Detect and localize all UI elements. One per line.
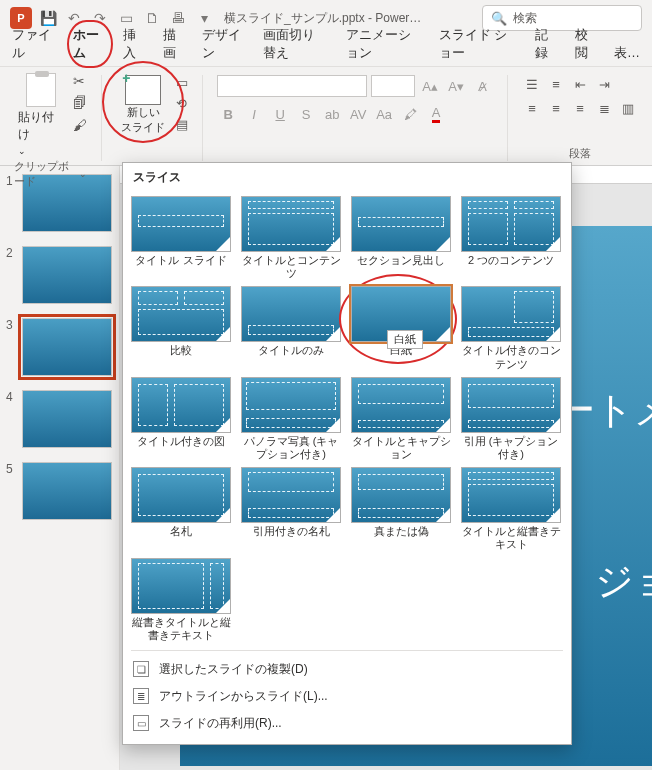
decrease-font-icon[interactable]: A▾ bbox=[445, 75, 467, 97]
reset-icon[interactable]: ⟲ bbox=[176, 96, 188, 111]
tab-design[interactable]: デザイン bbox=[200, 22, 247, 66]
layout-icon[interactable]: ▭ bbox=[176, 75, 188, 90]
tab-home[interactable]: ホーム bbox=[71, 22, 107, 66]
section-icon[interactable]: ▤ bbox=[176, 117, 188, 132]
layout-item-title-caption[interactable]: タイトルとキャプション bbox=[349, 377, 453, 461]
gallery-grid: タイトル スライド タイトルとコンテンツ セクション見出し 2 つのコンテンツ … bbox=[123, 192, 571, 646]
indent-dec-icon[interactable]: ⇤ bbox=[570, 75, 590, 93]
group-slides: 新しい スライド ▭ ⟲ ▤ bbox=[110, 71, 194, 165]
layout-item-title-content[interactable]: タイトルとコンテンツ bbox=[239, 196, 343, 280]
layout-item-title-only[interactable]: タイトルのみ bbox=[239, 286, 343, 370]
tab-file[interactable]: ファイル bbox=[10, 22, 57, 66]
layout-item-comparison[interactable]: 比較 bbox=[129, 286, 233, 370]
layout-item-title-vtext[interactable]: タイトルと縦書きテキスト bbox=[459, 467, 563, 551]
thumb-number: 5 bbox=[6, 462, 16, 476]
clipboard-group-label: クリップボード bbox=[14, 159, 77, 189]
align-right-icon[interactable]: ≡ bbox=[570, 99, 590, 117]
gallery-footer-menu: ❏選択したスライドの複製(D) ≣アウトラインからスライド(L)... ▭スライ… bbox=[123, 655, 571, 738]
case-button[interactable]: Aa bbox=[373, 103, 395, 125]
cut-icon[interactable]: ✂ bbox=[73, 73, 87, 89]
group-font: A▴ A▾ A̷ B I U S ab AV Aa 🖍 A bbox=[211, 71, 499, 165]
new-slide-button[interactable]: 新しい スライド bbox=[116, 71, 170, 139]
tab-insert[interactable]: 挿入 bbox=[121, 22, 146, 66]
increase-font-icon[interactable]: A▴ bbox=[419, 75, 441, 97]
layout-item-content-caption[interactable]: タイトル付きのコンテンツ bbox=[459, 286, 563, 370]
slide-thumbnails-pane[interactable]: 1 2 3 4 5 bbox=[0, 166, 120, 770]
tab-record[interactable]: 記録 bbox=[533, 22, 558, 66]
ribbon-tabs: ファイル ホーム 挿入 描画 デザイン 画面切り替え アニメーション スライド … bbox=[0, 36, 652, 66]
tab-transitions[interactable]: 画面切り替え bbox=[261, 22, 329, 66]
gallery-section-title: スライス bbox=[123, 163, 571, 192]
clear-format-icon[interactable]: A̷ bbox=[471, 75, 493, 97]
new-slide-layout-gallery: スライス タイトル スライド タイトルとコンテンツ セクション見出し 2 つのコ… bbox=[122, 162, 572, 745]
slide-thumb[interactable] bbox=[22, 390, 112, 448]
tab-animations[interactable]: アニメーション bbox=[344, 22, 423, 66]
slide-thumb-selected[interactable] bbox=[22, 318, 112, 376]
paste-button[interactable]: 貼り付け⌄ bbox=[14, 71, 67, 159]
menu-duplicate-slides[interactable]: ❏選択したスライドの複製(D) bbox=[133, 659, 561, 680]
layout-item-blank[interactable]: 白紙 白紙 bbox=[349, 286, 453, 370]
thumb-number: 3 bbox=[6, 318, 16, 332]
duplicate-icon: ❏ bbox=[133, 661, 149, 677]
shadow-button[interactable]: ab bbox=[321, 103, 343, 125]
highlight-button[interactable]: 🖍 bbox=[399, 103, 421, 125]
layout-item-quote-namecard[interactable]: 引用付きの名札 bbox=[239, 467, 343, 551]
group-paragraph: ☰ ≡ ⇤ ⇥ ≡ ≡ ≡ ≣ ▥ 段落 bbox=[516, 71, 644, 165]
menu-outline-slides[interactable]: ≣アウトラインからスライド(L)... bbox=[133, 686, 561, 707]
thumb-number: 4 bbox=[6, 390, 16, 404]
layout-item-panorama[interactable]: パノラマ写真 (キャプション付き) bbox=[239, 377, 343, 461]
layout-item-quote-caption[interactable]: 引用 (キャプション付き) bbox=[459, 377, 563, 461]
tab-draw[interactable]: 描画 bbox=[161, 22, 186, 66]
font-size-combo[interactable] bbox=[371, 75, 415, 97]
font-color-button[interactable]: A bbox=[425, 103, 447, 125]
format-painter-icon[interactable]: 🖌 bbox=[73, 117, 87, 133]
layout-item-namecard[interactable]: 名札 bbox=[129, 467, 233, 551]
clipboard-icon bbox=[26, 73, 56, 107]
copy-icon[interactable]: 🗐 bbox=[73, 95, 87, 111]
align-left-icon[interactable]: ≡ bbox=[522, 99, 542, 117]
layout-item-title-slide[interactable]: タイトル スライド bbox=[129, 196, 233, 280]
outline-icon: ≣ bbox=[133, 688, 149, 704]
align-center-icon[interactable]: ≡ bbox=[546, 99, 566, 117]
reuse-icon: ▭ bbox=[133, 715, 149, 731]
paste-label: 貼り付け bbox=[18, 110, 54, 141]
layout-item-section-header[interactable]: セクション見出し bbox=[349, 196, 453, 280]
new-slide-label: 新しい スライド bbox=[121, 105, 165, 135]
bullets-icon[interactable]: ☰ bbox=[522, 75, 542, 93]
layout-item-two-content[interactable]: 2 つのコンテンツ bbox=[459, 196, 563, 280]
layout-tooltip: 白紙 bbox=[387, 330, 423, 349]
layout-item-picture-caption[interactable]: タイトル付きの図 bbox=[129, 377, 233, 461]
thumb-number: 2 bbox=[6, 246, 16, 260]
slide-thumb[interactable] bbox=[22, 246, 112, 304]
font-family-combo[interactable] bbox=[217, 75, 367, 97]
tab-review[interactable]: 校閲 bbox=[573, 22, 598, 66]
columns-icon[interactable]: ▥ bbox=[618, 99, 638, 117]
layout-item-vtitle-vtext[interactable]: 縦書きタイトルと縦書きテキスト bbox=[129, 558, 233, 642]
numbering-icon[interactable]: ≡ bbox=[546, 75, 566, 93]
group-clipboard: 貼り付け⌄ ✂ 🗐 🖌 クリップボード ⌄ bbox=[8, 71, 93, 165]
strike-button[interactable]: S bbox=[295, 103, 317, 125]
tab-slideshow[interactable]: スライド ショー bbox=[437, 22, 519, 66]
indent-inc-icon[interactable]: ⇥ bbox=[594, 75, 614, 93]
italic-button[interactable]: I bbox=[243, 103, 265, 125]
layout-item-true-false[interactable]: 真または偽 bbox=[349, 467, 453, 551]
paragraph-group-label: 段落 bbox=[569, 146, 591, 161]
justify-icon[interactable]: ≣ bbox=[594, 99, 614, 117]
underline-button[interactable]: U bbox=[269, 103, 291, 125]
menu-reuse-slides[interactable]: ▭スライドの再利用(R)... bbox=[133, 713, 561, 734]
ribbon: 貼り付け⌄ ✂ 🗐 🖌 クリップボード ⌄ 新しい スライド ▭ ⟲ ▤ bbox=[0, 66, 652, 166]
tab-view[interactable]: 表… bbox=[612, 40, 642, 66]
slide-thumb[interactable] bbox=[22, 462, 112, 520]
spacing-button[interactable]: AV bbox=[347, 103, 369, 125]
bold-button[interactable]: B bbox=[217, 103, 239, 125]
new-slide-icon bbox=[125, 75, 161, 105]
